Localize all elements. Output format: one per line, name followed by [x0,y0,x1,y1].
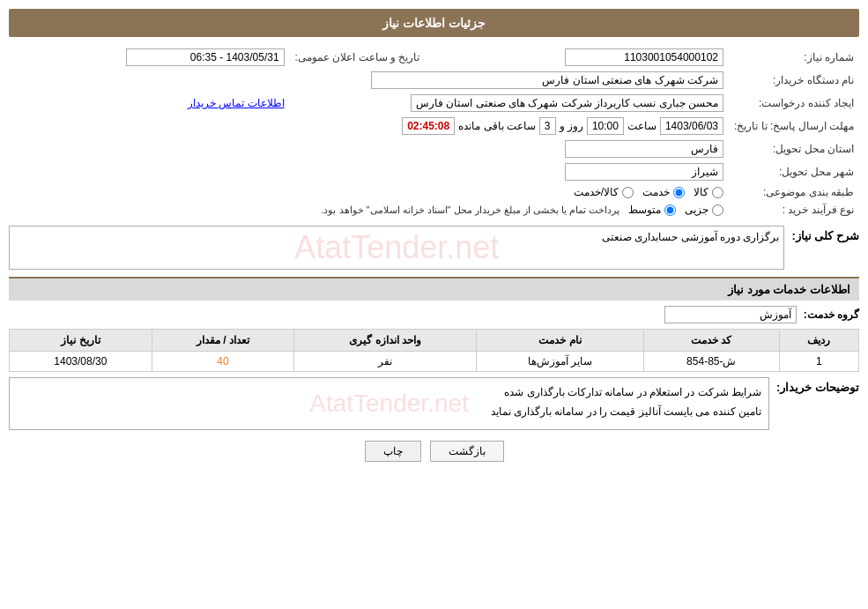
need-number-label: شماره نیاز: [729,46,859,69]
cell-name: سایر آموزش‌ها [477,352,644,372]
description-section: شرح کلی نیاز: AtatTender.net برگزاری دور… [9,226,859,270]
purchase-jozii[interactable]: جزیی [685,204,723,216]
need-number-value: 1103001054000102 [565,48,723,66]
purchase-jozii-label: جزیی [685,204,708,216]
cell-row: 1 [779,352,858,372]
info-table: شماره نیاز: 1103001054000102 تاریخ و ساع… [9,46,859,219]
creator-value: محسن جباری نسب کاربرداز شرکت شهرک های صن… [411,94,723,112]
category-label: طبقه بندی موضوعی: [729,183,859,201]
col-name: نام خدمت [477,330,644,352]
buyer-label: نام دستگاه خریدار: [729,69,859,92]
description-box: AtatTender.net برگزاری دوره آموزشی حسابد… [9,226,784,270]
services-header: اطلاعات خدمات مورد نیاز [9,277,859,301]
category-kala[interactable]: کالا [694,186,723,198]
creator-label: ایجاد کننده درخواست: [729,92,859,115]
service-group-value: آموزش [664,306,797,323]
city-value: شیراز [565,163,723,181]
description-value: برگزاری دوره آموزشی حسابداری صنعتی [602,231,779,243]
category-khedmat-label: خدمت [642,186,670,198]
purchase-note: پرداخت تمام یا بخشی از مبلغ خریدار محل "… [321,204,619,216]
cell-unit: نفر [294,352,477,372]
announcement-label: تاریخ و ساعت اعلان عمومی: [290,46,438,69]
category-kala-khedmat[interactable]: کالا/خدمت [574,186,634,198]
service-group-row: گروه خدمت: آموزش [9,306,859,323]
announcement-value: 1403/05/31 - 06:35 [126,48,285,66]
deadline-remain: 02:45:08 [402,117,455,135]
page-title: جزئیات اطلاعات نیاز [9,9,859,37]
purchase-motevaset-label: متوسط [628,204,661,216]
purchase-type-label: نوع فرآیند خرید : [729,201,859,219]
col-row: ردیف [779,330,858,352]
group-label: گروه خدمت: [804,308,859,321]
description-label: شرح کلی نیاز: [791,226,859,242]
category-kala-radio[interactable] [712,187,723,198]
buyer-value: شرکت شهرک های صنعتی استان فارس [371,71,723,89]
purchase-motevaset-radio[interactable] [664,204,676,216]
category-khedmat-radio[interactable] [673,187,685,198]
purchase-jozii-radio[interactable] [712,204,723,216]
back-button[interactable]: بازگشت [430,441,504,462]
deadline-time-label: ساعت [627,120,657,132]
col-qty: تعداد / مقدار [152,330,294,352]
category-both-radio[interactable] [622,187,634,198]
notes-label: توضیحات خریدار: [776,377,859,394]
deadline-label: مهلت ارسال پاسخ: تا تاریخ: [729,115,859,137]
cell-code: ش-85-854 [643,352,779,372]
notes-line2: تامین کننده می بایست آنالیز قیمت را در س… [17,403,761,422]
province-label: استان محل تحویل: [729,137,859,160]
city-label: شهر محل تحویل: [729,160,859,183]
print-button[interactable]: چاپ [365,441,421,462]
button-row: بازگشت چاپ [9,441,859,462]
deadline-time: 10:00 [587,117,624,135]
notes-box: AtatTender.net شرایط شرکت در استعلام در … [9,377,769,430]
purchase-motevaset[interactable]: متوسط [628,204,676,216]
category-khedmat[interactable]: خدمت [642,186,685,198]
category-kala-label: کالا [694,186,708,198]
province-value: فارس [565,140,723,158]
services-table: ردیف کد خدمت نام خدمت واحد اندازه گیری ت… [9,329,859,372]
deadline-day-label: روز و [560,120,583,132]
cell-quantity: 40 [152,352,294,372]
contact-link[interactable]: اطلاعات تماس خریدار [188,97,285,109]
deadline-days: 3 [539,117,556,135]
category-both-label: کالا/خدمت [574,186,619,198]
deadline-remain-label: ساعت باقی مانده [458,120,536,132]
col-code: کد خدمت [643,330,779,352]
col-date: تاریخ نیاز [10,330,152,352]
notes-section: توضیحات خریدار: AtatTender.net شرایط شرک… [9,377,859,430]
page-wrapper: جزئیات اطلاعات نیاز شماره نیاز: 11030010… [0,0,868,609]
notes-line1: شرایط شرکت در استعلام در سامانه تدارکات … [17,383,761,403]
table-row: 1 ش-85-854 سایر آموزش‌ها نفر 40 1403/08/… [10,352,859,372]
deadline-date: 1403/06/03 [660,117,723,135]
col-unit: واحد اندازه گیری [294,330,477,352]
cell-date: 1403/08/30 [10,352,152,372]
